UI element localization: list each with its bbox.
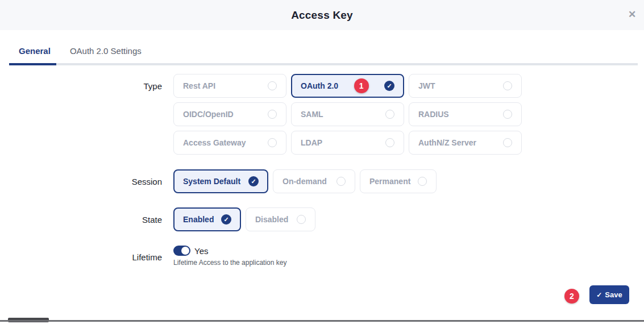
lifetime-field-label: Lifetime [74, 252, 162, 262]
session-field-label: Session [74, 177, 162, 186]
option-label: OIDC/OpenID [183, 110, 234, 119]
option-label: Disabled [255, 215, 288, 224]
radio-unselected-icon [418, 177, 427, 186]
state-option-enabled[interactable]: Enabled ✓ [173, 207, 241, 231]
save-button-label: Save [605, 290, 622, 299]
radio-selected-icon: ✓ [248, 176, 259, 186]
type-option-authnz-server[interactable]: AuthN/Z Server [409, 131, 522, 155]
radio-unselected-icon [336, 177, 346, 186]
radio-unselected-icon [385, 138, 394, 147]
state-field-label: State [74, 215, 162, 225]
radio-unselected-icon [268, 110, 277, 119]
session-option-system-default[interactable]: System Default ✓ [173, 169, 268, 193]
tab-oauth-settings[interactable]: OAuth 2.0 Settings [60, 40, 151, 63]
save-button[interactable]: ✓ Save [589, 285, 629, 304]
option-label: SAML [301, 110, 323, 119]
radio-unselected-icon [268, 81, 277, 90]
type-option-jwt[interactable]: JWT [409, 74, 522, 98]
radio-unselected-icon [503, 138, 512, 147]
option-label: On-demand [282, 177, 327, 186]
lifetime-toggle-value: Yes [194, 246, 208, 256]
tab-bar: General OAuth 2.0 Settings [9, 40, 151, 63]
close-icon[interactable]: ✕ [626, 8, 638, 20]
type-field-label: Type [74, 81, 162, 91]
session-option-on-demand[interactable]: On-demand [273, 169, 355, 193]
option-label: Enabled [183, 215, 214, 224]
type-option-rest-api[interactable]: Rest API [173, 74, 286, 98]
option-label: AuthN/Z Server [418, 138, 476, 147]
radio-selected-icon: ✓ [384, 81, 394, 91]
option-label: RADIUS [418, 110, 449, 119]
type-option-ldap[interactable]: LDAP [291, 131, 404, 155]
radio-unselected-icon [268, 138, 277, 147]
type-option-grid: Rest API OAuth 2.0 1 ✓ JWT OIDC/OpenID S… [173, 74, 522, 155]
radio-unselected-icon [385, 110, 394, 119]
state-option-row: Enabled ✓ Disabled [173, 207, 315, 231]
tab-divider [9, 63, 638, 65]
session-option-row: System Default ✓ On-demand Permanent [173, 169, 437, 193]
type-option-oauth2[interactable]: OAuth 2.0 1 ✓ [291, 74, 404, 98]
modal-title: Access Key [291, 9, 353, 22]
background-page-edge [0, 320, 644, 322]
option-label: Rest API [183, 81, 215, 90]
option-label: Access Gateway [183, 138, 246, 147]
option-label: System Default [183, 177, 240, 186]
option-label: LDAP [301, 138, 322, 147]
type-option-radius[interactable]: RADIUS [409, 102, 522, 126]
option-label: Permanent [369, 177, 410, 186]
toggle-knob [181, 247, 189, 255]
radio-selected-icon: ✓ [221, 214, 231, 225]
check-icon: ✓ [596, 291, 602, 299]
radio-unselected-icon [503, 110, 512, 119]
modal-header: Access Key [0, 0, 644, 30]
lifetime-toggle[interactable] [173, 246, 190, 256]
annotation-step-2-badge: 2 [564, 289, 579, 304]
tab-active-indicator [9, 63, 56, 65]
type-option-oidc-openid[interactable]: OIDC/OpenID [173, 102, 286, 126]
type-option-saml[interactable]: SAML [291, 102, 404, 126]
option-label: OAuth 2.0 [301, 81, 338, 90]
annotation-step-1-badge: 1 [354, 78, 369, 93]
radio-unselected-icon [297, 215, 306, 224]
session-option-permanent[interactable]: Permanent [360, 169, 437, 193]
state-option-disabled[interactable]: Disabled [246, 207, 315, 231]
option-label: JWT [418, 81, 435, 90]
lifetime-description: Lifetime Access to the application key [173, 259, 286, 267]
tab-general[interactable]: General [9, 40, 60, 63]
radio-unselected-icon [503, 81, 512, 90]
type-option-access-gateway[interactable]: Access Gateway [173, 131, 286, 155]
